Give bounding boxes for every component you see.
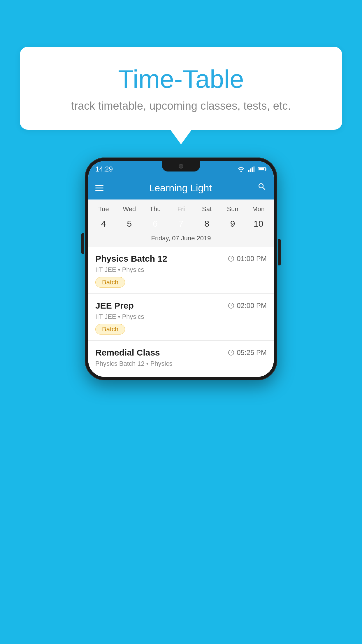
- days-numbers: 4 5 6 7 8 9 10: [88, 216, 274, 231]
- schedule-item-3[interactable]: Remedial Class 05:25 PM Physics Batch 12…: [88, 341, 274, 377]
- bubble-subtitle: track timetable, upcoming classes, tests…: [31, 100, 331, 112]
- day-sat: Sat: [194, 204, 220, 214]
- svg-rect-6: [259, 168, 264, 170]
- schedule-item-3-header: Remedial Class 05:25 PM: [95, 348, 267, 358]
- clock-icon-2: [228, 302, 234, 309]
- wifi-icon: [237, 166, 245, 172]
- item-3-subtitle: Physics Batch 12 • Physics: [95, 360, 267, 368]
- hamburger-menu-icon[interactable]: [95, 185, 103, 191]
- status-time: 14:29: [95, 165, 113, 173]
- phone-notch: [162, 161, 200, 172]
- phone-frame: 14:29: [85, 158, 277, 380]
- search-button[interactable]: [257, 182, 267, 194]
- svg-point-0: [240, 171, 242, 172]
- item-1-time: 01:00 PM: [228, 255, 267, 263]
- selected-date-label: Friday, 07 June 2019: [88, 231, 274, 244]
- item-2-batch-tag: Batch: [95, 324, 125, 335]
- item-2-time: 02:00 PM: [228, 302, 267, 310]
- svg-rect-4: [253, 166, 255, 172]
- day-sun: Sun: [220, 204, 246, 214]
- svg-rect-1: [248, 170, 249, 172]
- app-title: Learning Light: [149, 182, 212, 194]
- item-1-subtitle: IIT JEE • Physics: [95, 266, 267, 274]
- clock-icon-1: [228, 256, 234, 262]
- camera-icon: [179, 164, 183, 169]
- schedule-item-2-header: JEE Prep 02:00 PM: [95, 301, 267, 311]
- item-1-title: Physics Batch 12: [95, 254, 167, 264]
- svg-rect-7: [266, 168, 266, 170]
- phone-screen: 14:29: [88, 161, 274, 377]
- svg-rect-3: [252, 167, 253, 172]
- date-9[interactable]: 9: [220, 216, 246, 231]
- day-tue: Tue: [91, 204, 117, 214]
- speech-bubble: Time-Table track timetable, upcoming cla…: [20, 47, 342, 130]
- schedule-item-1[interactable]: Physics Batch 12 01:00 PM IIT JEE • Phys…: [88, 247, 274, 294]
- item-2-title: JEE Prep: [95, 301, 134, 311]
- days-header: Tue Wed Thu Fri Sat Sun Mon: [88, 204, 274, 214]
- status-icons: [237, 166, 267, 172]
- day-fri: Fri: [168, 204, 194, 214]
- item-1-batch-tag: Batch: [95, 277, 125, 288]
- day-wed: Wed: [117, 204, 143, 214]
- date-6-today[interactable]: 6: [142, 216, 168, 231]
- item-2-subtitle: IIT JEE • Physics: [95, 313, 267, 321]
- signal-icon: [248, 166, 255, 172]
- calendar-section: Tue Wed Thu Fri Sat Sun Mon 4 5 6 7 8 9 …: [88, 200, 274, 247]
- svg-rect-2: [250, 169, 251, 172]
- schedule-list: Physics Batch 12 01:00 PM IIT JEE • Phys…: [88, 247, 274, 377]
- phone-mockup: 14:29: [85, 158, 277, 380]
- date-4[interactable]: 4: [91, 216, 117, 231]
- date-8[interactable]: 8: [194, 216, 220, 231]
- schedule-item-2[interactable]: JEE Prep 02:00 PM IIT JEE • Physics Batc…: [88, 294, 274, 341]
- battery-icon: [258, 167, 267, 172]
- app-header: Learning Light: [88, 176, 274, 200]
- date-10[interactable]: 10: [245, 216, 271, 231]
- date-5[interactable]: 5: [117, 216, 143, 231]
- schedule-item-1-header: Physics Batch 12 01:00 PM: [95, 254, 267, 264]
- day-mon: Mon: [245, 204, 271, 214]
- speech-bubble-container: Time-Table track timetable, upcoming cla…: [20, 47, 342, 130]
- clock-icon-3: [228, 349, 234, 356]
- day-thu: Thu: [142, 204, 168, 214]
- item-3-time: 05:25 PM: [228, 349, 267, 357]
- date-7-selected[interactable]: 7: [168, 216, 194, 231]
- item-3-title: Remedial Class: [95, 348, 160, 358]
- bubble-title: Time-Table: [31, 64, 331, 94]
